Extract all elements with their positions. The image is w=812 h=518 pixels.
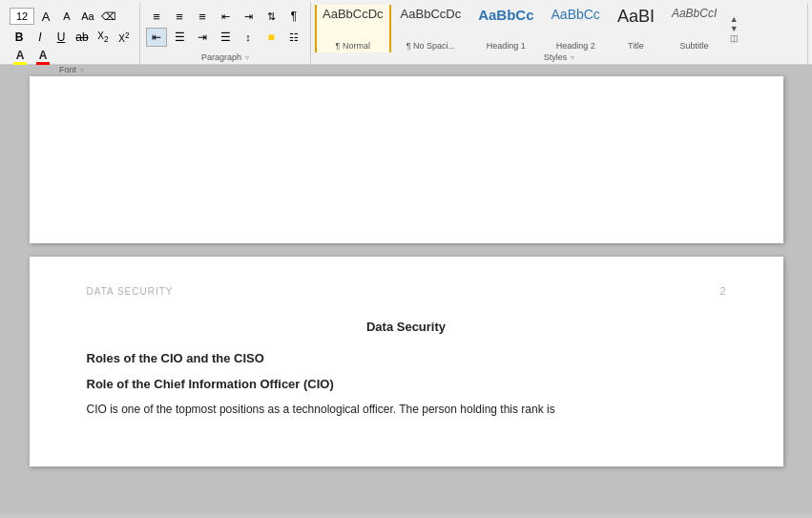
style-normal-preview: AaBbCcDc — [323, 8, 384, 20]
page-2: DATA SECURITY 2 Data Security Roles of t… — [30, 257, 783, 466]
numbered-list-btn[interactable]: ≡ — [169, 7, 190, 26]
page-header: DATA SECURITY 2 — [87, 285, 726, 297]
heading2-text: Role of the Chief Information Officer (C… — [87, 377, 334, 391]
styles-section-label: Styles ▿ — [315, 52, 803, 64]
page-header-text: DATA SECURITY — [87, 286, 174, 297]
style-heading2-preview: AaBbCc — [552, 8, 600, 21]
font-size-input[interactable]: 12 — [10, 8, 34, 25]
font-section-label: Font ▿ — [10, 65, 134, 76]
ribbon: 12 A A Aa ⌫ B I U ab X2 X2 — [0, 0, 812, 65]
bullet-list-btn[interactable]: ≡ — [146, 7, 167, 26]
text-highlight-btn[interactable]: A — [10, 49, 31, 65]
styles-section: AaBbCcDc ¶ Normal AaBbCcDc ¶ No Spaci...… — [311, 3, 808, 64]
document-area: DATA SECURITY 2 Data Security Roles of t… — [0, 65, 812, 513]
ribbon-container: 12 A A Aa ⌫ B I U ab X2 X2 — [0, 0, 812, 65]
sort-btn[interactable]: ⇅ — [260, 7, 281, 26]
align-center-btn[interactable]: ☰ — [169, 28, 190, 47]
document-paragraph[interactable]: CIO is one of the topmost positions as a… — [87, 401, 726, 419]
align-left-btn[interactable]: ⇤ — [146, 28, 167, 47]
borders-btn[interactable]: ☷ — [283, 28, 304, 47]
page-number: 2 — [719, 285, 725, 297]
italic-btn[interactable]: I — [31, 28, 50, 47]
document-title: Data Security — [87, 320, 726, 334]
decrease-indent-btn[interactable]: ⇤ — [215, 7, 236, 26]
font-color-btn[interactable]: A — [32, 49, 53, 65]
style-title-preview: AaBI — [617, 8, 655, 25]
line-spacing-btn[interactable]: ↕ — [238, 28, 259, 47]
style-heading2-label: Heading 2 — [556, 41, 595, 51]
document-heading2[interactable]: Role of the Chief Information Officer (C… — [87, 377, 726, 391]
shading-btn[interactable]: ■ — [260, 28, 281, 47]
style-subtitle[interactable]: AaBbCcI Subtitle — [664, 5, 724, 52]
justify-btn[interactable]: ☰ — [215, 28, 236, 47]
grow-font-btn[interactable]: A — [36, 7, 55, 26]
style-heading2[interactable]: AaBbCc Heading 2 — [544, 5, 608, 52]
clear-format-btn[interactable]: ⌫ — [99, 7, 118, 26]
style-no-spacing-label: ¶ No Spaci... — [406, 41, 455, 51]
styles-scroll-up[interactable]: ▲ ▼ ◫ — [726, 5, 741, 52]
style-heading1[interactable]: AaBbCc Heading 1 — [470, 5, 541, 52]
increase-indent-btn[interactable]: ⇥ — [238, 7, 259, 26]
font-controls: 12 A A Aa ⌫ B I U ab X2 X2 — [10, 5, 134, 65]
style-subtitle-preview: AaBbCcI — [672, 8, 717, 19]
heading1-text: Roles of the CIO and the CISO — [87, 351, 264, 365]
style-heading1-label: Heading 1 — [487, 41, 526, 51]
paragraph-section: ≡ ≡ ≡ ⇤ ⇥ ⇅ ¶ ⇤ ☰ ⇥ ☰ ↕ — [140, 3, 311, 64]
style-heading1-preview: AaBbCc — [478, 8, 533, 22]
change-case-btn[interactable]: Aa — [78, 7, 97, 26]
underline-btn[interactable]: U — [52, 28, 71, 47]
font-section: 12 A A Aa ⌫ B I U ab X2 X2 — [4, 3, 140, 64]
page-1 — [30, 76, 783, 243]
style-no-spacing-preview: AaBbCcDc — [401, 8, 462, 20]
subscript-btn[interactable]: X2 — [94, 28, 113, 47]
style-subtitle-label: Subtitle — [680, 41, 709, 51]
style-title-label: Title — [628, 41, 644, 51]
multilevel-list-btn[interactable]: ≡ — [192, 7, 213, 26]
style-title[interactable]: AaBI Title — [610, 5, 662, 52]
align-right-btn[interactable]: ⇥ — [192, 28, 213, 47]
show-formatting-btn[interactable]: ¶ — [283, 7, 304, 26]
paragraph-text: CIO is one of the topmost positions as a… — [87, 403, 555, 416]
strikethrough-btn[interactable]: ab — [73, 28, 92, 47]
style-normal-label: ¶ Normal — [336, 41, 370, 51]
shrink-font-btn[interactable]: A — [57, 7, 76, 26]
title-text: Data Security — [366, 320, 446, 334]
document-heading1[interactable]: Roles of the CIO and the CISO — [87, 351, 726, 365]
bold-btn[interactable]: B — [10, 28, 29, 47]
style-no-spacing[interactable]: AaBbCcDc ¶ No Spaci... — [393, 5, 469, 52]
superscript-btn[interactable]: X2 — [115, 28, 134, 47]
paragraph-section-label: Paragraph ▿ — [146, 52, 304, 64]
style-normal[interactable]: AaBbCcDc ¶ Normal — [315, 5, 391, 52]
